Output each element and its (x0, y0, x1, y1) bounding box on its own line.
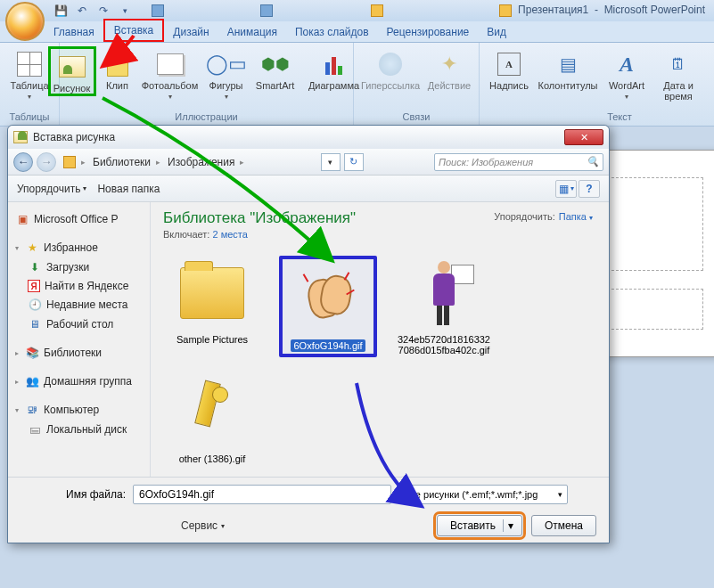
tab-view[interactable]: Вид (478, 22, 515, 42)
filetype-dropdown[interactable]: Все рисунки (*.emf;*.wmf;*.jpg▾ (398, 485, 568, 504)
headerfooter-label: Колонтитулы (538, 80, 598, 91)
sidebar-item-recent[interactable]: 🕘Недавние места (12, 295, 146, 314)
clap-icon (303, 270, 353, 327)
refresh-button[interactable]: ↻ (344, 153, 364, 171)
window-title: Презентация1 - Microsoft PowerPoint (499, 4, 705, 17)
file-item[interactable]: 324eb5720d18163327086d015fba402c.gif (395, 256, 493, 357)
sidebar-item-libraries[interactable]: ▸📚Библиотеки (12, 343, 146, 363)
view-mode-button[interactable]: ▦▾ (555, 180, 577, 198)
office-button[interactable] (5, 2, 45, 41)
datetime-button[interactable]: 🗓 Дата и время (654, 46, 702, 102)
group-tables-label: Таблицы (10, 110, 50, 124)
headerfooter-icon: ▤ (554, 50, 582, 78)
insert-button[interactable]: Вставить▾ (437, 515, 522, 536)
wordart-icon: A (612, 50, 641, 78)
datetime-icon: 🗓 (664, 50, 693, 78)
forward-icon: → (41, 155, 53, 168)
dialog-body: ▣Microsoft Office P ▾★Избранное ⬇Загрузк… (8, 202, 609, 478)
pencil-icon (187, 381, 237, 444)
sort-dropdown[interactable]: Папка ▾ (559, 211, 593, 222)
tab-design[interactable]: Дизайн (164, 22, 217, 42)
dialog-titlebar[interactable]: Вставка рисунка ✕ (8, 126, 609, 149)
dialog-icon (13, 131, 28, 143)
star-icon: ★ (25, 241, 39, 255)
filename-label: Имя файла: (21, 488, 126, 501)
tab-home[interactable]: Главная (45, 22, 103, 42)
content-pane: Библиотека "Изображения" Включает: 2 мес… (151, 202, 609, 478)
qat-dropdown-icon[interactable]: ▾ (116, 2, 134, 20)
breadcrumb-libraries[interactable]: Библиотеки (93, 156, 151, 168)
service-dropdown[interactable]: Сервис ▾ (181, 519, 225, 532)
slidenum-button[interactable]: # Номер слайда (706, 46, 714, 102)
table-button[interactable]: Таблица ▾ (5, 46, 53, 101)
picture-button[interactable]: Рисунок (48, 46, 96, 96)
action-button[interactable]: ✦ Действие (425, 46, 473, 91)
breadcrumb-images[interactable]: Изображения (168, 156, 234, 168)
sidebar-item-msoffice[interactable]: ▣Microsoft Office P (12, 209, 146, 229)
nav-row: ← → ▸ Библиотеки ▸ Изображения ▸ ▾ ↻ Пои… (8, 149, 609, 176)
file-item-folder[interactable]: Sample Pictures (163, 256, 261, 357)
back-button[interactable]: ← (13, 152, 33, 172)
sidebar-item-downloads[interactable]: ⬇Загрузки (12, 257, 146, 277)
file-item-selected[interactable]: 6OxfoG194h.gif (279, 256, 377, 357)
picture-label: Рисунок (53, 83, 91, 94)
shapes-label: Фигуры (209, 80, 243, 91)
tab-insert[interactable]: Вставка (103, 19, 165, 42)
ribbon: Таблица ▾ Таблицы Рисунок Клип Фотоальбо… (0, 43, 714, 127)
chart-label: Диаграмма (308, 80, 359, 91)
chevron-down-icon: ▾ (15, 244, 19, 252)
headerfooter-button[interactable]: ▤ Колонтитулы (537, 46, 599, 91)
action-label: Действие (428, 80, 471, 91)
filename-input[interactable] (133, 485, 391, 504)
powerpoint-icon (499, 4, 512, 17)
photoalbum-button[interactable]: Фотоальбом ▾ (139, 46, 201, 101)
smartart-button[interactable]: ⬢⬢ SmartArt (251, 46, 300, 91)
quick-access-toolbar: 💾 ↶ ↷ ▾ (52, 2, 134, 20)
chevron-down-icon: ▾ (589, 214, 593, 222)
dialog-footer: Имя файла: Все рисунки (*.emf;*.wmf;*.jp… (8, 477, 609, 543)
tab-review[interactable]: Рецензирование (378, 22, 479, 42)
chevron-down-icon[interactable]: ▾ (503, 519, 518, 532)
forward-button[interactable]: → (37, 152, 56, 172)
newfolder-button[interactable]: Новая папка (97, 183, 160, 195)
help-button[interactable]: ? (579, 180, 600, 198)
search-input[interactable]: Поиск: Изображения 🔍 (434, 153, 603, 171)
chevron-right-icon[interactable]: ▸ (79, 158, 87, 167)
doc-mini-icon (260, 4, 273, 17)
command-row: Упорядочить ▾ Новая папка ▦▾ ? (8, 176, 609, 202)
organize-button[interactable]: Упорядочить ▾ (17, 183, 86, 195)
sidebar-item-localdisk[interactable]: 🖴Локальный диск (12, 420, 146, 439)
shapes-button[interactable]: ◯▭ Фигуры ▾ (205, 46, 248, 101)
sidebar-item-desktop[interactable]: 🖥Рабочий стол (12, 314, 146, 334)
table-icon (17, 52, 42, 77)
dialog-title: Вставка рисунка (33, 131, 115, 143)
file-item[interactable]: other (1386).gif (163, 375, 261, 464)
close-button[interactable]: ✕ (564, 129, 603, 145)
tab-animation[interactable]: Анимация (218, 22, 286, 42)
history-dropdown[interactable]: ▾ (321, 153, 341, 171)
powerpoint-icon: ▣ (15, 212, 29, 226)
chevron-right-icon[interactable]: ▸ (238, 158, 246, 167)
clip-button[interactable]: Клип (100, 46, 135, 91)
file-item-label: Sample Pictures (176, 334, 248, 345)
search-icon: 🔍 (587, 156, 599, 167)
hyperlink-button[interactable]: Гиперссылка (359, 46, 422, 91)
sidebar-item-yandex[interactable]: ЯНайти в Яндексе (12, 277, 146, 295)
save-icon[interactable]: 💾 (52, 2, 70, 20)
sidebar-item-homegroup[interactable]: ▸👥Домашняя группа (12, 372, 146, 391)
sidebar-item-favorites[interactable]: ▾★Избранное (12, 238, 146, 257)
group-links: Гиперссылка ✦ Действие Связи (354, 43, 480, 126)
insert-picture-dialog: Вставка рисунка ✕ ← → ▸ Библиотеки ▸ Изо… (7, 125, 610, 543)
cancel-button[interactable]: Отмена (531, 515, 596, 536)
redo-icon[interactable]: ↷ (94, 2, 112, 20)
folder-icon (180, 267, 244, 319)
file-list: Sample Pictures 6OxfoG194h.gif (163, 256, 596, 464)
sidebar-item-computer[interactable]: ▾🖳Компьютер (12, 400, 146, 420)
disk-icon: 🖴 (28, 422, 42, 437)
textbox-button[interactable]: A Надпись (485, 46, 533, 91)
chevron-right-icon[interactable]: ▸ (154, 158, 162, 167)
wordart-button[interactable]: A WordArt ▾ (603, 46, 651, 101)
undo-icon[interactable]: ↶ (73, 2, 91, 20)
tab-slideshow[interactable]: Показ слайдов (286, 22, 378, 42)
library-includes-link[interactable]: 2 места (212, 229, 247, 240)
